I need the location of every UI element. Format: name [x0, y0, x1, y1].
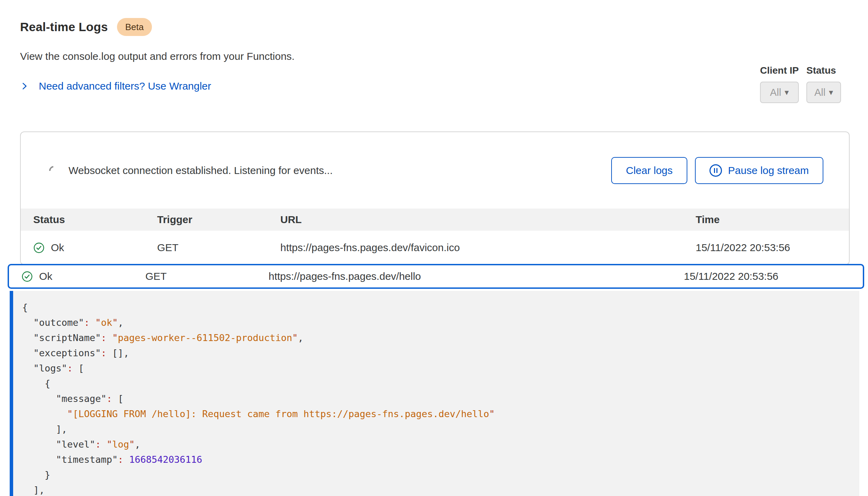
success-check-icon	[21, 271, 33, 282]
json-token	[22, 348, 34, 358]
status-filter-select[interactable]: All ▾	[806, 82, 841, 103]
wrangler-link-row[interactable]: Need advanced filters? Use Wrangler	[20, 80, 295, 92]
json-line: ],	[22, 483, 859, 496]
json-token: "	[95, 317, 101, 328]
column-header-status: Status	[33, 214, 157, 226]
caret-down-icon: ▾	[785, 88, 789, 97]
json-line: {	[22, 300, 859, 315]
page-header: Real-time Logs Beta View the console.log…	[20, 18, 295, 92]
json-token: "	[489, 408, 495, 419]
json-token: :	[101, 348, 107, 358]
json-line: "exceptions": [],	[22, 346, 859, 361]
success-check-icon	[33, 242, 45, 254]
json-token: ok	[101, 317, 112, 328]
json-token: "	[107, 439, 112, 450]
json-token: {	[22, 378, 50, 389]
table-row-selected[interactable]: Ok GET https://pages-fns.pages.dev/hello…	[8, 264, 864, 289]
json-token: [LOGGING FROM /hello]: Request came from…	[73, 408, 489, 419]
json-token: log	[112, 439, 129, 450]
json-token: :	[95, 439, 101, 450]
filters: Client IP All ▾ Status All ▾	[760, 65, 841, 103]
log-stream-card: Websocket connection established. Listen…	[20, 131, 850, 265]
json-token	[22, 439, 56, 450]
status-filter-label: Status	[806, 65, 841, 76]
json-token	[124, 454, 129, 465]
json-line: "[LOGGING FROM /hello]: Request came fro…	[22, 406, 859, 422]
clear-logs-button[interactable]: Clear logs	[611, 157, 687, 184]
pause-log-stream-button[interactable]: Pause log stream	[695, 157, 823, 184]
client-ip-filter-label: Client IP	[760, 65, 799, 76]
json-token: "	[112, 332, 118, 343]
json-token: ,	[118, 317, 123, 328]
json-token: }	[22, 469, 50, 480]
row-url: https://pages-fns.pages.dev/favicon.ico	[280, 242, 696, 254]
loading-spinner-icon	[47, 164, 60, 177]
json-token: :	[118, 454, 123, 465]
page-subtitle: View the console.log output and errors f…	[20, 50, 295, 62]
row-time: 15/11/2022 20:53:56	[696, 242, 837, 254]
table-row[interactable]: Ok GET https://pages-fns.pages.dev/favic…	[21, 231, 849, 265]
json-token	[22, 317, 34, 328]
json-line: }	[22, 467, 859, 483]
column-header-url: URL	[280, 214, 696, 226]
json-token	[90, 317, 95, 328]
row-trigger: GET	[145, 270, 269, 282]
expanded-log-entry: Ok GET https://pages-fns.pages.dev/hello…	[8, 264, 864, 496]
json-token: {	[22, 302, 28, 313]
json-token: [],	[107, 348, 129, 358]
row-trigger: GET	[157, 242, 280, 254]
json-token	[22, 363, 34, 374]
json-token: :	[107, 393, 112, 404]
json-token: "scriptName"	[34, 332, 101, 343]
client-ip-filter: Client IP All ▾	[760, 65, 799, 103]
json-line: {	[22, 376, 859, 391]
json-token: :	[67, 363, 73, 374]
json-token: "timestamp"	[56, 454, 118, 465]
beta-badge: Beta	[117, 18, 152, 36]
json-line: "scriptName": "pages-worker--611502-prod…	[22, 330, 859, 346]
json-line: "logs": [	[22, 361, 859, 376]
json-token	[22, 454, 56, 465]
json-token: ,	[135, 439, 140, 450]
client-ip-filter-value: All	[770, 87, 781, 98]
json-token: :	[101, 332, 107, 343]
json-line: "timestamp": 1668542036116	[22, 452, 859, 467]
json-token	[22, 332, 34, 343]
json-log-detail: { "outcome": "ok", "scriptName": "pages-…	[10, 291, 859, 496]
pause-log-stream-label: Pause log stream	[728, 165, 809, 176]
json-token	[107, 332, 112, 343]
row-time: 15/11/2022 20:53:56	[684, 270, 850, 282]
json-token: "level"	[56, 439, 96, 450]
json-token	[101, 439, 107, 450]
json-token	[22, 393, 56, 404]
pause-icon	[709, 164, 722, 177]
json-line: "message": [	[22, 391, 859, 406]
status-filter: Status All ▾	[806, 65, 841, 103]
row-status: Ok	[51, 242, 64, 254]
json-token: ,	[298, 332, 304, 343]
json-token	[22, 408, 67, 419]
json-token: "	[292, 332, 298, 343]
json-line: "level": "log",	[22, 437, 859, 452]
page-title: Real-time Logs	[20, 20, 108, 34]
json-token: "	[67, 408, 73, 419]
caret-down-icon: ▾	[829, 88, 833, 97]
column-header-trigger: Trigger	[157, 214, 280, 226]
json-line: ],	[22, 422, 859, 437]
websocket-status-text: Websocket connection established. Listen…	[69, 165, 333, 176]
json-token: "logs"	[34, 363, 67, 374]
json-token: "exceptions"	[34, 348, 101, 358]
wrangler-link[interactable]: Need advanced filters? Use Wrangler	[39, 80, 211, 92]
chevron-right-icon	[20, 82, 29, 91]
status-filter-value: All	[814, 87, 825, 98]
json-token: pages-worker--611502-production	[118, 332, 292, 343]
json-token: ],	[22, 424, 67, 434]
json-token: :	[84, 317, 90, 328]
json-token: "message"	[56, 393, 107, 404]
row-url: https://pages-fns.pages.dev/hello	[269, 270, 684, 282]
json-token: "	[112, 317, 118, 328]
client-ip-filter-select[interactable]: All ▾	[760, 82, 799, 103]
table-header: Status Trigger URL Time	[21, 209, 849, 231]
json-token: [	[112, 393, 124, 404]
json-line: "outcome": "ok",	[22, 315, 859, 330]
